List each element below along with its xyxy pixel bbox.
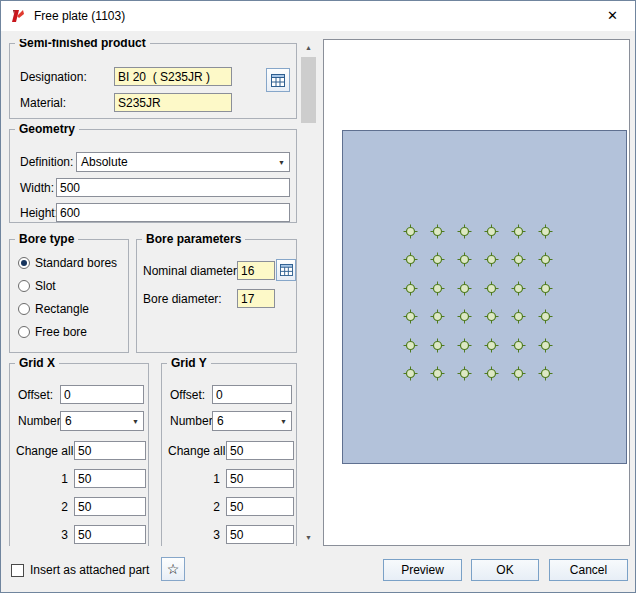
bore-symbol bbox=[457, 281, 472, 296]
grid-x-number-select[interactable]: 6 ▼ bbox=[60, 411, 144, 431]
bore-symbol bbox=[511, 309, 526, 324]
material-input[interactable] bbox=[114, 93, 232, 112]
grid-y-number-label: Number: bbox=[170, 414, 216, 428]
material-label: Material: bbox=[20, 96, 66, 110]
bore-symbol bbox=[403, 366, 418, 381]
group-semi-finished: Semi-finished product Designation: Mater… bbox=[9, 43, 297, 119]
radio-rectangle[interactable]: Rectangle bbox=[18, 302, 89, 316]
bore-symbol bbox=[484, 281, 499, 296]
bore-symbol bbox=[484, 309, 499, 324]
grid-y-row2-label: 2 bbox=[164, 500, 220, 514]
bore-symbol bbox=[538, 224, 553, 239]
group-bore-type-label: Bore type bbox=[15, 232, 78, 246]
app-icon bbox=[10, 8, 26, 24]
radio-dot-0 bbox=[18, 257, 30, 269]
designation-input[interactable] bbox=[114, 67, 232, 86]
insert-attached-checkbox[interactable] bbox=[11, 564, 24, 577]
scroll-down-icon[interactable]: ▼ bbox=[300, 529, 317, 546]
table-icon bbox=[280, 264, 293, 276]
bore-symbol bbox=[484, 338, 499, 353]
bore-symbol bbox=[457, 252, 472, 267]
grid-y-row3-input[interactable] bbox=[226, 525, 294, 544]
bore-diameter-label: Bore diameter: bbox=[143, 292, 222, 306]
bore-symbol bbox=[457, 338, 472, 353]
definition-value: Absolute bbox=[81, 155, 128, 169]
grid-x-row1-input[interactable] bbox=[74, 469, 146, 488]
grid-y-row2-input[interactable] bbox=[226, 497, 294, 516]
window-title: Free plate (1103) bbox=[34, 9, 125, 23]
panel-scrollbar[interactable]: ▲ ▼ bbox=[300, 39, 317, 546]
grid-y-changeall-label: Change all: bbox=[168, 444, 229, 458]
bore-symbol bbox=[430, 366, 445, 381]
titlebar: Free plate (1103) ✕ bbox=[1, 1, 635, 31]
grid-y-row1-label: 1 bbox=[164, 472, 220, 486]
free-plate-dialog: Free plate (1103) ✕ Semi-finished produc… bbox=[0, 0, 636, 593]
cancel-button[interactable]: Cancel bbox=[549, 559, 628, 581]
bore-symbol bbox=[403, 252, 418, 267]
grid-y-changeall-input[interactable] bbox=[226, 441, 294, 460]
width-input[interactable] bbox=[56, 178, 290, 197]
definition-label: Definition: bbox=[20, 155, 73, 169]
preview-viewport bbox=[323, 39, 630, 546]
bore-diameter-input[interactable] bbox=[237, 289, 275, 308]
grid-y-offset-label: Offset: bbox=[170, 388, 205, 402]
nominal-diameter-label: Nominal diameter: bbox=[143, 264, 240, 278]
group-semi-finished-label: Semi-finished product bbox=[15, 39, 150, 50]
height-label: Height: bbox=[20, 206, 58, 220]
bore-symbol bbox=[511, 338, 526, 353]
close-icon[interactable]: ✕ bbox=[590, 1, 635, 31]
group-bore-parameters-label: Bore parameters bbox=[142, 232, 245, 246]
radio-dot-3 bbox=[18, 326, 30, 338]
bore-symbol bbox=[403, 338, 418, 353]
bore-symbol bbox=[511, 281, 526, 296]
favorites-button[interactable]: ☆ bbox=[161, 557, 185, 581]
chevron-down-icon: ▼ bbox=[276, 418, 291, 425]
bore-symbol bbox=[430, 281, 445, 296]
grid-x-row2-label: 2 bbox=[12, 500, 68, 514]
grid-x-row3-label: 3 bbox=[12, 528, 68, 542]
group-geometry: Geometry Definition: Absolute ▼ Width: H… bbox=[9, 129, 297, 223]
grid-y-number-select[interactable]: 6 ▼ bbox=[212, 411, 292, 431]
group-grid-x: Grid X Offset: Number: 6 ▼ Change all: 1… bbox=[9, 363, 149, 546]
grid-x-offset-label: Offset: bbox=[18, 388, 53, 402]
group-grid-x-label: Grid X bbox=[15, 356, 59, 370]
radio-standard-bores[interactable]: Standard bores bbox=[18, 256, 117, 270]
grid-y-row3-label: 3 bbox=[164, 528, 220, 542]
designation-label: Designation: bbox=[20, 70, 87, 84]
grid-x-row2-input[interactable] bbox=[74, 497, 146, 516]
grid-y-offset-input[interactable] bbox=[212, 385, 292, 404]
grid-x-changeall-input[interactable] bbox=[74, 441, 146, 460]
plate bbox=[342, 130, 627, 464]
bore-symbol bbox=[484, 252, 499, 267]
star-icon: ☆ bbox=[167, 561, 180, 577]
chevron-down-icon: ▼ bbox=[128, 418, 143, 425]
grid-x-changeall-label: Change all: bbox=[16, 444, 77, 458]
bore-symbol bbox=[430, 252, 445, 267]
grid-x-offset-input[interactable] bbox=[60, 385, 144, 404]
bore-symbol bbox=[538, 366, 553, 381]
bore-symbol bbox=[430, 224, 445, 239]
bore-symbol bbox=[511, 224, 526, 239]
ok-button[interactable]: OK bbox=[471, 559, 539, 581]
bore-symbol bbox=[457, 366, 472, 381]
group-bore-parameters: Bore parameters Nominal diameter: Bore d… bbox=[136, 239, 297, 353]
bore-symbol bbox=[484, 224, 499, 239]
nominal-diameter-input[interactable] bbox=[237, 261, 275, 280]
bore-symbol bbox=[403, 281, 418, 296]
height-input[interactable] bbox=[56, 203, 290, 222]
definition-select[interactable]: Absolute ▼ bbox=[76, 152, 290, 172]
bore-symbol bbox=[484, 366, 499, 381]
grid-y-row1-input[interactable] bbox=[226, 469, 294, 488]
radio-free-bore[interactable]: Free bore bbox=[18, 325, 87, 339]
bore-symbol bbox=[538, 338, 553, 353]
preview-button[interactable]: Preview bbox=[383, 559, 462, 581]
designation-catalog-button[interactable] bbox=[266, 68, 290, 92]
nominal-catalog-button[interactable] bbox=[276, 259, 296, 281]
insert-attached-label: Insert as attached part bbox=[30, 563, 149, 577]
grid-x-row3-input[interactable] bbox=[74, 525, 146, 544]
radio-slot[interactable]: Slot bbox=[18, 279, 56, 293]
scroll-up-icon[interactable]: ▲ bbox=[300, 39, 317, 56]
bore-symbol bbox=[511, 252, 526, 267]
scrollbar-thumb[interactable] bbox=[301, 57, 316, 123]
bore-symbol bbox=[430, 338, 445, 353]
